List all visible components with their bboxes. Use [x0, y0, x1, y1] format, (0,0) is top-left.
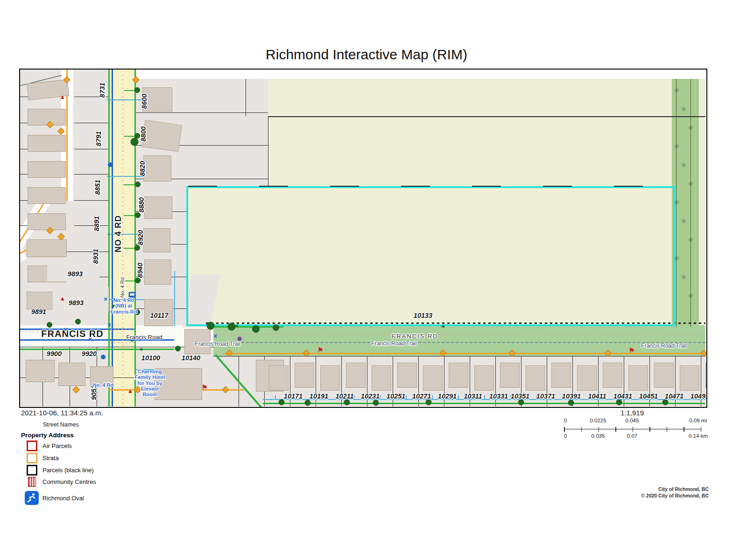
address-label: 8851: [94, 180, 101, 195]
flag-marker-icon: ⚑: [202, 384, 208, 391]
map-note: No. 4 Rd: [93, 382, 114, 388]
address-label: 10431: [613, 392, 632, 400]
building: [28, 161, 66, 178]
legend-street-names: Street Names: [43, 421, 78, 428]
address-label: 10100: [141, 354, 160, 362]
flow-arrow-icon: ◄: [233, 323, 239, 329]
scale-ratio: 1:1,919: [564, 409, 700, 417]
scale-tick-label: 0.09 mi: [689, 418, 707, 423]
address-label: 8800: [140, 126, 147, 141]
tree-icon: [568, 400, 574, 406]
building: [141, 120, 182, 152]
community-centre-icon: [28, 477, 36, 487]
building: [500, 363, 520, 388]
map-shape: [216, 334, 705, 335]
road-label: Francis Road Trail: [195, 341, 240, 347]
address-label: 10291: [438, 392, 457, 400]
building: [144, 196, 172, 219]
map-canvas[interactable]: ▲▲▲⚑⚑⚑××××××◄◄◄▼NO 4 RDNo. 4 RdFRANCIS R…: [19, 69, 707, 408]
legend-item-air-parcels: Air Parcels: [21, 441, 72, 451]
parcels-swatch-icon: [27, 465, 37, 476]
strip-tree-icon: [689, 238, 693, 242]
credit-line-1: City of Richmond, BC: [658, 486, 709, 492]
scale-tick-label: 0: [564, 433, 567, 439]
map-shape: [74, 149, 110, 149]
address-label: 10191: [310, 392, 328, 400]
road-label: Francis Road Trail: [371, 340, 416, 347]
address-label: 10133: [414, 312, 432, 319]
address-label: 8940: [136, 263, 144, 278]
legend-item-label: Community Centres: [42, 478, 96, 485]
tree-icon: [662, 399, 669, 406]
building: [654, 363, 674, 388]
legend-item-label: Parcels (black line): [42, 467, 94, 474]
tree-icon: [273, 324, 279, 331]
address-label: 9893: [68, 270, 83, 278]
building: [474, 365, 494, 391]
map-shape: [246, 79, 246, 116]
hydrant-icon: [101, 355, 106, 359]
valve-x-icon: ×: [107, 322, 111, 328]
address-label: 10331: [489, 392, 508, 400]
map-shape: [134, 70, 136, 406]
map-shape: [20, 349, 174, 350]
legend-item-community-centres: Community Centres: [21, 477, 96, 487]
address-label: 10391: [562, 392, 581, 400]
address-label: 8820: [139, 161, 146, 176]
building: [705, 363, 707, 388]
map-shape: [135, 70, 705, 79]
map-shape: [691, 79, 691, 327]
address-label: 8880: [138, 197, 145, 212]
tree-icon: [134, 87, 140, 93]
address-label: 8791: [95, 131, 102, 146]
building: [603, 363, 622, 388]
address-label: 9891: [31, 308, 46, 315]
road-label: FRANCIS RD: [41, 329, 103, 339]
building: [680, 365, 699, 391]
strip-tree-icon: [689, 182, 693, 186]
building: [346, 363, 366, 388]
building: [269, 365, 289, 391]
signal-triangle-icon: ▲: [60, 295, 66, 301]
tree-icon: [135, 278, 141, 283]
tree-icon: [134, 245, 140, 251]
address-label: 9900: [47, 350, 62, 357]
strip-tree-icon: [689, 126, 693, 130]
map-shape: [108, 70, 110, 406]
address-label: 10451: [639, 392, 658, 400]
tree-icon: [616, 399, 622, 406]
strip-tree-icon: [689, 294, 693, 298]
strip-tree-icon: [682, 275, 686, 279]
building: [320, 365, 340, 391]
address-label: 8920: [137, 230, 144, 245]
strata-swatch-icon: [27, 453, 37, 463]
scale-tick-label: 0.14 km: [689, 433, 708, 439]
tree-icon: [207, 322, 215, 330]
page: { "title": "Richmond Interactive Map (RI…: [0, 0, 747, 560]
strip-tree-icon: [682, 107, 686, 111]
map-shape: [268, 116, 705, 117]
building: [28, 187, 66, 204]
flow-arrow-icon: ◄: [440, 323, 445, 329]
building: [143, 155, 171, 182]
map-shape: [111, 329, 135, 330]
signal-triangle-icon: ▲: [127, 388, 134, 394]
legend-item-label: Air Parcels: [42, 442, 72, 449]
address-label: 10471: [665, 392, 684, 400]
scale-km-labels: 0 0.035 0.07 0.14 km: [564, 433, 700, 441]
address-label: 10231: [361, 392, 380, 400]
address-label: 10371: [536, 392, 555, 400]
road-label: No. 4 Rd: [120, 277, 125, 297]
selected-parcel-outline: [186, 186, 675, 326]
building: [26, 360, 55, 382]
legend-item-label: Richmond Oval: [42, 495, 84, 502]
address-label: 10171: [284, 392, 303, 400]
tree-icon: [373, 400, 379, 406]
tree-icon: [175, 346, 181, 351]
map-note: CharmingFamily Hotelfor You byElevateRoo…: [134, 369, 165, 398]
map-shape: [268, 116, 268, 187]
tree-icon: [426, 399, 432, 406]
scale-tick-label: 0.07: [627, 433, 637, 439]
flow-arrow-icon: ◄: [138, 346, 143, 352]
address-label: 10351: [511, 392, 529, 400]
